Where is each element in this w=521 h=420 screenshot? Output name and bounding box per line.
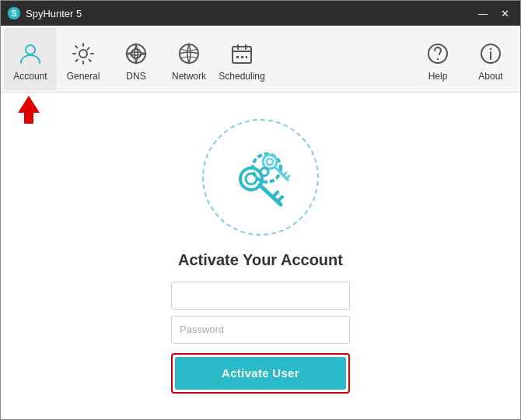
title-bar-left: S SpyHunter 5 <box>7 6 82 20</box>
main-window: S SpyHunter 5 — ✕ Account <box>0 0 521 420</box>
network-label: Network <box>172 71 206 82</box>
activate-button-wrapper: Activate User <box>171 353 350 394</box>
activate-button[interactable]: Activate User <box>175 357 346 390</box>
dns-icon-wrap <box>122 40 150 68</box>
title-bar-controls: — ✕ <box>474 5 514 21</box>
activate-title: Activate Your Account <box>178 251 343 269</box>
scheduling-label: Scheduling <box>219 71 264 82</box>
scheduling-icon-wrap <box>228 40 256 68</box>
account-icon-wrap <box>16 40 44 68</box>
toolbar-right: Help About <box>411 28 517 90</box>
general-icon-wrap <box>69 40 97 68</box>
keys-circle <box>202 119 319 236</box>
svg-point-9 <box>437 58 439 59</box>
minimize-button[interactable]: — <box>474 5 492 21</box>
svg-point-23 <box>260 168 268 176</box>
toolbar-item-scheduling[interactable]: Scheduling <box>215 28 268 90</box>
account-label: Account <box>13 71 47 82</box>
svg-line-22 <box>286 176 289 179</box>
svg-line-16 <box>273 192 278 197</box>
close-button[interactable]: ✕ <box>495 5 514 21</box>
scheduling-icon <box>229 41 254 66</box>
password-input[interactable] <box>171 316 350 344</box>
form-container: Activate User <box>171 282 350 394</box>
toolbar-left: Account General <box>4 28 268 90</box>
dns-label: DNS <box>126 71 145 82</box>
toolbar-item-general[interactable]: General <box>57 28 110 90</box>
toolbar: Account General <box>1 26 520 93</box>
about-label: About <box>478 71 502 82</box>
keys-icon <box>222 138 299 216</box>
svg-point-11 <box>490 47 492 50</box>
help-icon-wrap <box>424 40 452 68</box>
network-icon-wrap <box>175 40 203 68</box>
svg-text:S: S <box>12 9 17 18</box>
dns-icon <box>124 41 149 66</box>
svg-line-17 <box>278 197 282 201</box>
app-icon: S <box>7 6 21 20</box>
svg-rect-7 <box>233 47 251 63</box>
svg-point-4 <box>131 49 141 58</box>
help-icon <box>425 41 450 66</box>
content-area: Activate Your Account Activate User <box>1 93 520 419</box>
toolbar-item-network[interactable]: Network <box>163 28 215 90</box>
toolbar-item-account[interactable]: Account <box>4 28 57 90</box>
svg-point-3 <box>79 50 87 58</box>
app-title: SpyHunter 5 <box>26 8 82 19</box>
about-icon <box>478 41 503 66</box>
svg-point-6 <box>180 44 198 63</box>
general-icon <box>71 41 96 66</box>
account-icon <box>18 41 43 66</box>
arrow-up-icon <box>18 96 40 124</box>
email-input[interactable] <box>171 282 350 310</box>
svg-point-2 <box>26 45 35 54</box>
title-bar: S SpyHunter 5 — ✕ <box>1 1 520 26</box>
help-label: Help <box>428 71 448 82</box>
general-label: General <box>67 71 100 82</box>
svg-point-19 <box>267 159 273 165</box>
about-icon-wrap <box>477 40 505 68</box>
network-icon <box>177 41 201 66</box>
toolbar-item-dns[interactable]: DNS <box>110 28 163 90</box>
svg-line-21 <box>283 173 286 176</box>
toolbar-item-help[interactable]: Help <box>411 28 464 90</box>
svg-point-5 <box>127 44 145 63</box>
toolbar-item-about[interactable]: About <box>464 28 517 90</box>
svg-point-14 <box>246 173 257 184</box>
